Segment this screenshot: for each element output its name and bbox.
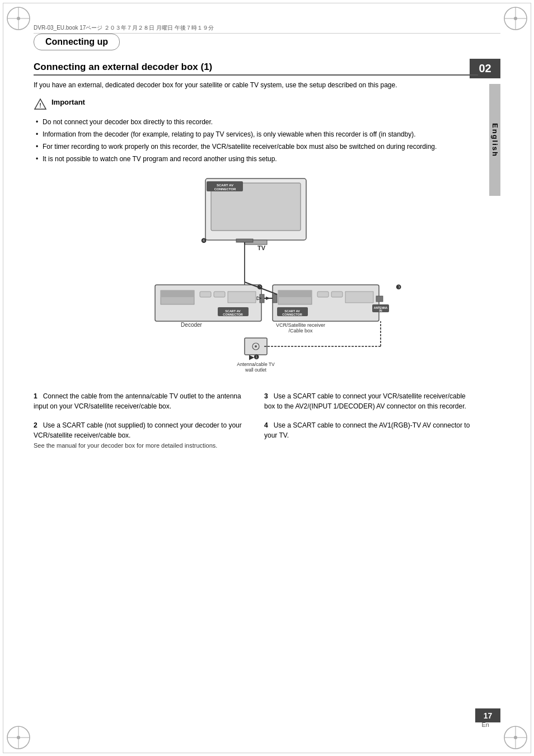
section-heading: Connecting an external decoder box (1) xyxy=(34,62,478,76)
step-3-num: 3 xyxy=(264,392,274,400)
header-bar: DVR-03_EU.book 17ページ ２０３年７月２８日 月曜日 午後７時１… xyxy=(34,22,500,34)
bullet-list: Do not connect your decoder box directly… xyxy=(34,117,478,164)
step-1-num: 1 xyxy=(34,392,43,400)
list-item: For timer recording to work properly on … xyxy=(34,142,478,152)
intro-text: If you have an external, dedicated decod… xyxy=(34,80,478,90)
corner-bl xyxy=(4,724,32,752)
antenna-outlet: ▶❶ Antenna/cable TV wall outlet xyxy=(237,338,275,373)
svg-text:▶❶: ▶❶ xyxy=(249,354,259,360)
svg-text:❹: ❹ xyxy=(201,237,207,244)
svg-text:IN: IN xyxy=(380,309,382,312)
instruction-4: 4 Use a SCART cable to connect the AV1(R… xyxy=(264,420,478,450)
important-box: ! Important xyxy=(34,98,478,111)
svg-rect-32 xyxy=(331,292,343,297)
diagram-area: SCART AV CONNECTOR ❹ TV xyxy=(34,173,478,380)
important-icon: ! xyxy=(34,98,47,111)
svg-marker-68 xyxy=(266,297,270,300)
svg-rect-47 xyxy=(161,290,194,297)
language-label: English xyxy=(491,123,499,157)
main-content: Connecting up Connecting an external dec… xyxy=(34,34,478,722)
instruction-2: 2 Use a SCART cable (not supplied) to co… xyxy=(34,420,247,450)
page-number-box: 17 xyxy=(475,708,500,722)
svg-text:Antenna/cable TV: Antenna/cable TV xyxy=(237,361,275,367)
step-2-sub: See the manual for your decoder box for … xyxy=(34,442,217,449)
list-item: Do not connect your decoder box directly… xyxy=(34,117,478,127)
svg-point-3 xyxy=(17,17,20,20)
page-number: 17 xyxy=(484,711,493,720)
svg-text:❸: ❸ xyxy=(396,284,401,290)
svg-text:VCR/Satellite receiver: VCR/Satellite receiver xyxy=(276,322,325,328)
svg-point-15 xyxy=(514,736,517,739)
vcr-device: SCART AV CONNECTOR ❸ VCR/Satellite recei… xyxy=(273,284,401,334)
title-bar-text: Connecting up xyxy=(45,37,108,46)
svg-text:SCART AV: SCART AV xyxy=(217,184,233,187)
svg-text:!: ! xyxy=(39,102,41,109)
important-content: Important xyxy=(51,98,85,106)
svg-text:CONNECTOR: CONNECTOR xyxy=(214,187,236,191)
svg-text:CONNECTOR: CONNECTOR xyxy=(223,313,242,316)
connection-diagram: SCART AV CONNECTOR ❹ TV xyxy=(93,173,418,380)
decoder-device: SCART AV CONNECTOR ❷ Decoder xyxy=(155,284,264,328)
instruction-3: 3 Use a SCART cable to connect your VCR/… xyxy=(264,391,478,411)
svg-rect-30 xyxy=(278,290,312,297)
svg-rect-49 xyxy=(214,292,225,297)
svg-point-11 xyxy=(17,736,20,739)
list-item: It is not possible to watch one TV progr… xyxy=(34,154,478,164)
title-bar: Connecting up xyxy=(34,34,120,50)
step-3-text: Use a SCART cable to connect your VCR/sa… xyxy=(264,392,466,410)
corner-tr xyxy=(502,4,530,32)
svg-text:TV: TV xyxy=(257,245,266,251)
step-4-text: Use a SCART cable to connect the AV1(RGB… xyxy=(264,421,470,439)
svg-text:Decoder: Decoder xyxy=(181,322,202,328)
svg-text:CONNECTOR: CONNECTOR xyxy=(282,313,302,316)
svg-rect-50 xyxy=(228,292,256,303)
svg-rect-31 xyxy=(317,292,329,297)
svg-point-7 xyxy=(514,17,517,20)
chapter-number: 02 xyxy=(479,62,491,75)
svg-text:wall outlet: wall outlet xyxy=(245,367,266,373)
important-label: Important xyxy=(51,98,85,106)
step-2-text: Use a SCART cable (not supplied) to conn… xyxy=(34,421,242,439)
step-1-text: Connect the cable from the antenna/cable… xyxy=(34,392,241,410)
svg-point-59 xyxy=(255,345,257,348)
corner-br xyxy=(502,724,530,752)
instructions-grid: 1 Connect the cable from the antenna/cab… xyxy=(34,391,478,450)
list-item: Information from the decoder (for exampl… xyxy=(34,129,478,139)
page-en-label: En xyxy=(482,721,489,728)
svg-rect-34 xyxy=(273,294,277,303)
svg-rect-33 xyxy=(345,292,373,303)
svg-rect-48 xyxy=(200,292,211,297)
tv-device: SCART AV CONNECTOR ❹ TV xyxy=(201,179,306,251)
corner-tl xyxy=(4,4,32,32)
svg-rect-23 xyxy=(236,239,253,242)
header-file-info: DVR-03_EU.book 17ページ ２０３年７月２８日 月曜日 午後７時１… xyxy=(34,24,214,32)
language-sidebar: English xyxy=(489,84,500,196)
step-2-num: 2 xyxy=(34,421,43,429)
instruction-1: 1 Connect the cable from the antenna/cab… xyxy=(34,391,247,411)
svg-rect-35 xyxy=(376,296,383,302)
step-4-num: 4 xyxy=(264,421,274,429)
svg-text:/Cable box: /Cable box xyxy=(288,328,313,334)
